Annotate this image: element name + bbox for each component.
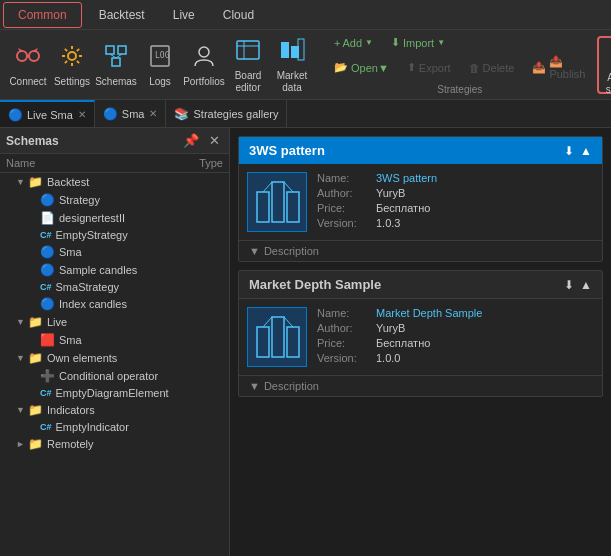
- tab-strategies-gallery[interactable]: 📚 Strategies gallery: [166, 100, 287, 127]
- schemas-button[interactable]: Schemas: [94, 36, 138, 94]
- card-description-market-depth[interactable]: ▼ Description: [239, 375, 602, 396]
- tree-item-smastrategy[interactable]: C# SmaStrategy: [0, 279, 229, 295]
- tab-cloud[interactable]: Cloud: [209, 3, 268, 27]
- svg-rect-15: [281, 42, 289, 58]
- import-icon: ⬇: [391, 36, 400, 49]
- svg-point-3: [68, 52, 76, 60]
- sidebar-close-button[interactable]: ✕: [206, 132, 223, 149]
- tree-item-sma-live[interactable]: 🟥 Sma: [0, 331, 229, 349]
- publish-strategy-button[interactable]: 📤 📤 Publish: [524, 53, 593, 82]
- logs-button[interactable]: LOG Logs: [138, 36, 182, 94]
- emptyindicator-icon: C#: [40, 422, 52, 432]
- card-collapse-icon-3ws[interactable]: ▲: [580, 144, 592, 158]
- card-header-3ws[interactable]: 3WS pattern ⬇ ▲: [239, 137, 602, 164]
- sidebar-schemas: Schemas 📌 ✕ Name Type ▼ 📁 Backtest: [0, 128, 230, 556]
- card-name-label-market-depth: Name:: [317, 307, 372, 319]
- card-name-value-market-depth: Market Depth Sample: [376, 307, 482, 319]
- svg-rect-23: [287, 192, 299, 222]
- add-dropdown-arrow: ▼: [365, 38, 373, 47]
- market-data-icon: [278, 36, 306, 68]
- tree-item-emptydiagram[interactable]: C# EmptyDiagramElement: [0, 385, 229, 401]
- card-collapse-icon-market-depth[interactable]: ▲: [580, 278, 592, 292]
- card-actions-3ws: ⬇ ▲: [564, 144, 592, 158]
- card-author-value-3ws: YuryB: [376, 187, 405, 199]
- connect-button[interactable]: Connect: [6, 36, 50, 94]
- card-name-row-market-depth: Name: Market Depth Sample: [317, 307, 594, 319]
- tree-item-emptystrategy[interactable]: C# EmptyStrategy: [0, 227, 229, 243]
- import-dropdown-arrow: ▼: [437, 38, 445, 47]
- tab-common[interactable]: Common: [3, 2, 82, 28]
- card-author-value-market-depth: YuryB: [376, 322, 405, 334]
- portfolios-icon: [190, 42, 218, 74]
- add-icon: +: [334, 37, 340, 49]
- publish-icon: 📤: [532, 61, 546, 74]
- own-elements-label: Own elements: [47, 352, 225, 364]
- card-info-3ws: Name: 3WS pattern Author: YuryB Price: Б…: [317, 172, 594, 232]
- portfolios-label: Portfolios: [183, 76, 225, 88]
- conditional-op-icon: ➕: [40, 369, 55, 383]
- export-icon: ⬆: [407, 61, 416, 74]
- backtest-expand-icon: ▼: [16, 177, 28, 187]
- tree-item-emptyindicator[interactable]: C# EmptyIndicator: [0, 419, 229, 435]
- tree-item-strategy[interactable]: 🔵 Strategy: [0, 191, 229, 209]
- open-dropdown-arrow: ▼: [378, 62, 389, 74]
- sidebar-column-headers: Name Type: [0, 154, 229, 173]
- card-download-icon-3ws[interactable]: ⬇: [564, 144, 574, 158]
- tree-item-designertestii[interactable]: 📄 designertestII: [0, 209, 229, 227]
- card-download-icon-market-depth[interactable]: ⬇: [564, 278, 574, 292]
- card-version-value-market-depth: 1.0.0: [376, 352, 400, 364]
- tree-item-remotely[interactable]: ► 📁 Remotely: [0, 435, 229, 453]
- tree-item-index-candles[interactable]: 🔵 Index candles: [0, 295, 229, 313]
- svg-rect-28: [287, 327, 299, 357]
- tab-backtest[interactable]: Backtest: [85, 3, 159, 27]
- tree-item-conditional-op[interactable]: ➕ Conditional operator: [0, 367, 229, 385]
- svg-line-29: [263, 317, 272, 327]
- tree-item-sma-bt[interactable]: 🔵 Sma: [0, 243, 229, 261]
- tree-item-live[interactable]: ▼ 📁 Live: [0, 313, 229, 331]
- card-name-label-3ws: Name:: [317, 172, 372, 184]
- description-chevron-3ws: ▼: [249, 245, 260, 257]
- available-strategies-button[interactable]: Available strategies: [597, 36, 611, 94]
- svg-line-24: [263, 182, 272, 192]
- strategy-label: Strategy: [59, 194, 225, 206]
- sample-candles-icon: 🔵: [40, 263, 55, 277]
- strategy-card-market-depth: Market Depth Sample ⬇ ▲: [238, 270, 603, 397]
- sidebar-pin-button[interactable]: 📌: [180, 132, 202, 149]
- board-editor-button[interactable]: Board editor: [226, 36, 270, 94]
- market-data-label: Market data: [277, 70, 308, 94]
- import-strategy-button[interactable]: ⬇ Import ▼: [383, 34, 453, 51]
- card-author-row-market-depth: Author: YuryB: [317, 322, 594, 334]
- tree-item-own-elements[interactable]: ▼ 📁 Own elements: [0, 349, 229, 367]
- close-live-sma-tab[interactable]: ✕: [78, 109, 86, 120]
- close-sma-tab[interactable]: ✕: [149, 108, 157, 119]
- delete-strategy-button[interactable]: 🗑 Delete: [461, 53, 523, 82]
- market-data-button[interactable]: Market data: [270, 36, 314, 94]
- tree-item-indicators[interactable]: ▼ 📁 Indicators: [0, 401, 229, 419]
- emptydiagram-label: EmptyDiagramElement: [56, 387, 225, 399]
- tab-live[interactable]: Live: [159, 3, 209, 27]
- remotely-folder-icon: 📁: [28, 437, 43, 451]
- designertestii-icon: 📄: [40, 211, 55, 225]
- svg-line-30: [284, 317, 293, 327]
- col-type-header: Type: [163, 157, 223, 169]
- add-strategy-button[interactable]: + + Add Add ▼: [326, 34, 381, 51]
- svg-line-25: [284, 182, 293, 192]
- open-strategy-button[interactable]: 📂 Open ▼: [326, 53, 397, 82]
- tree-item-backtest[interactable]: ▼ 📁 Backtest: [0, 173, 229, 191]
- own-expand-icon: ▼: [16, 353, 28, 363]
- tab-sma[interactable]: 🔵 Sma ✕: [95, 100, 167, 127]
- portfolios-button[interactable]: Portfolios: [182, 36, 226, 94]
- card-header-market-depth[interactable]: Market Depth Sample ⬇ ▲: [239, 271, 602, 299]
- live-folder-icon: 📁: [28, 315, 43, 329]
- export-strategy-button[interactable]: ⬆ Export: [399, 53, 459, 82]
- tab-live-sma[interactable]: 🔵 Live Sma ✕: [0, 100, 95, 127]
- indicators-label: Indicators: [47, 404, 225, 416]
- svg-rect-4: [106, 46, 114, 54]
- sidebar-tree: ▼ 📁 Backtest 🔵 Strategy 📄 designe: [0, 173, 229, 556]
- card-description-3ws[interactable]: ▼ Description: [239, 240, 602, 261]
- panel-tabs-area: 🔵 Live Sma ✕ 🔵 Sma ✕ 📚 Strategies galler…: [0, 100, 611, 556]
- tree-item-sample-candles[interactable]: 🔵 Sample candles: [0, 261, 229, 279]
- settings-button[interactable]: Settings: [50, 36, 94, 94]
- indicators-expand-icon: ▼: [16, 405, 28, 415]
- sidebar-actions: 📌 ✕: [180, 132, 223, 149]
